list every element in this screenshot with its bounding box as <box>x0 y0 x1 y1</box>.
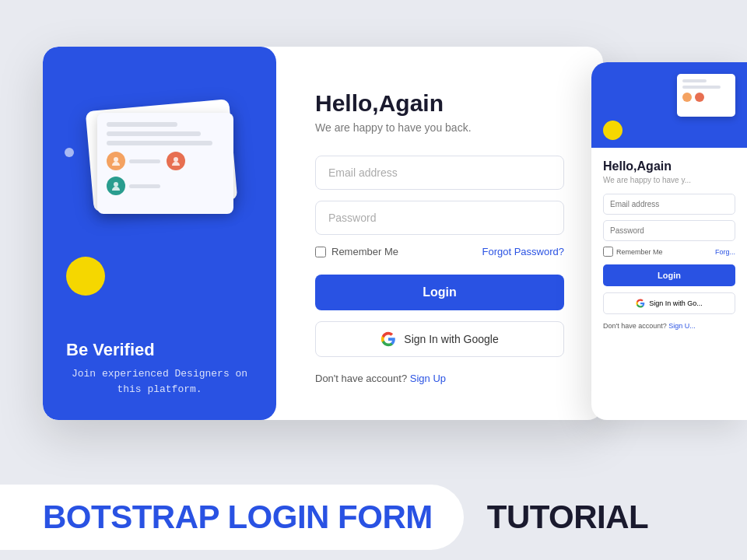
card-content <box>97 113 233 214</box>
avatar-1 <box>107 152 125 170</box>
decoration-circle-white-icon <box>65 148 74 157</box>
second-card-google-icon <box>636 299 645 308</box>
avatar-line-3 <box>129 184 160 188</box>
second-card-preview: Hello,Again We are happy to have y... Re… <box>591 62 747 420</box>
second-card-body: Hello,Again We are happy to have y... Re… <box>591 148 747 341</box>
second-card-email-input[interactable] <box>603 194 735 215</box>
left-panel: Be Verified Join experienced Designers o… <box>43 47 276 420</box>
signup-row: Don't have account? Sign Up <box>315 373 564 384</box>
second-card-login-button[interactable]: Login <box>603 264 735 286</box>
avatar-row <box>107 152 224 170</box>
bottom-pill-label: OTSTRAP LOGIN FORM <box>66 499 433 535</box>
second-card-remember-label[interactable]: Remember Me <box>603 247 663 257</box>
second-card-google-label: Sign In with Go... <box>649 299 703 307</box>
second-card-signup-row: Don't have account? Sign U... <box>603 322 735 330</box>
remember-row: Remember Me Forgot Password? <box>315 246 564 257</box>
email-input[interactable] <box>315 156 564 190</box>
avatar-line-1 <box>129 159 160 163</box>
left-panel-text: Be Verified Join experienced Designers o… <box>66 340 253 397</box>
second-card-signup-prompt: Don't have account? <box>603 322 667 330</box>
left-panel-subtitle: Join experienced Designers on this platf… <box>66 366 253 397</box>
second-card-google-button[interactable]: Sign In with Go... <box>603 292 735 314</box>
second-card-remember-row: Remember Me Forg... <box>603 247 735 257</box>
second-card-title: Hello,Again <box>603 159 735 173</box>
avatar-item-3 <box>107 177 224 195</box>
bottom-tutorial-label: TUTORIAL <box>487 499 649 536</box>
decoration-circle-yellow-icon <box>66 257 105 296</box>
second-card-top <box>591 62 747 148</box>
person-icon <box>110 180 121 191</box>
second-card-password-input[interactable] <box>603 220 735 241</box>
svg-point-2 <box>114 182 118 187</box>
card-line-3 <box>107 141 212 145</box>
card-line-1 <box>107 122 177 127</box>
second-card-subtitle: We are happy to have y... <box>603 176 735 184</box>
bottom-left-text: BOTSTRAP LOGIN FORM <box>43 499 433 536</box>
right-panel: Hello,Again We are happy to have you bac… <box>276 47 603 420</box>
card-illustration <box>82 97 237 214</box>
main-login-card: Be Verified Join experienced Designers o… <box>43 47 603 420</box>
google-icon <box>381 331 396 347</box>
second-card-forgot-link[interactable]: Forg... <box>715 248 735 256</box>
login-button[interactable]: Login <box>315 275 564 310</box>
svg-point-0 <box>114 157 118 162</box>
b-prefix: B <box>43 499 66 535</box>
second-card-signup-link[interactable]: Sign U... <box>668 322 696 330</box>
avatar-item-2 <box>167 152 185 170</box>
signup-prompt: Don't have account? <box>315 373 407 384</box>
avatar-3 <box>107 177 125 195</box>
mini-yellow-circle-icon <box>603 121 622 140</box>
second-card-mini-card <box>677 74 735 117</box>
password-input[interactable] <box>315 201 564 235</box>
avatar-item-1 <box>107 152 160 170</box>
google-button-label: Sign In with Google <box>404 333 498 345</box>
card-bottom-row <box>107 177 224 195</box>
left-panel-title: Be Verified <box>66 340 253 360</box>
second-card-remember-checkbox[interactable] <box>603 247 613 257</box>
avatar-2 <box>167 152 185 170</box>
svg-point-1 <box>174 157 178 162</box>
form-subtitle: We are happy to have you back. <box>315 121 564 134</box>
bottom-pill: BOTSTRAP LOGIN FORM <box>0 485 464 550</box>
person-icon <box>170 156 181 166</box>
bottom-right-section: TUTORIAL <box>464 499 649 536</box>
bottom-banner: BOTSTRAP LOGIN FORM TUTORIAL <box>0 474 747 560</box>
person-icon <box>110 156 121 166</box>
google-signin-button[interactable]: Sign In with Google <box>315 321 564 357</box>
second-card-mini-illustration <box>677 74 739 121</box>
form-title: Hello,Again <box>315 90 564 117</box>
remember-me-checkbox[interactable] <box>315 247 326 257</box>
remember-me-label[interactable]: Remember Me <box>315 246 398 257</box>
card-line-2 <box>107 131 201 136</box>
forgot-password-link[interactable]: Forgot Password? <box>482 246 565 257</box>
signup-link[interactable]: Sign Up <box>410 373 446 384</box>
